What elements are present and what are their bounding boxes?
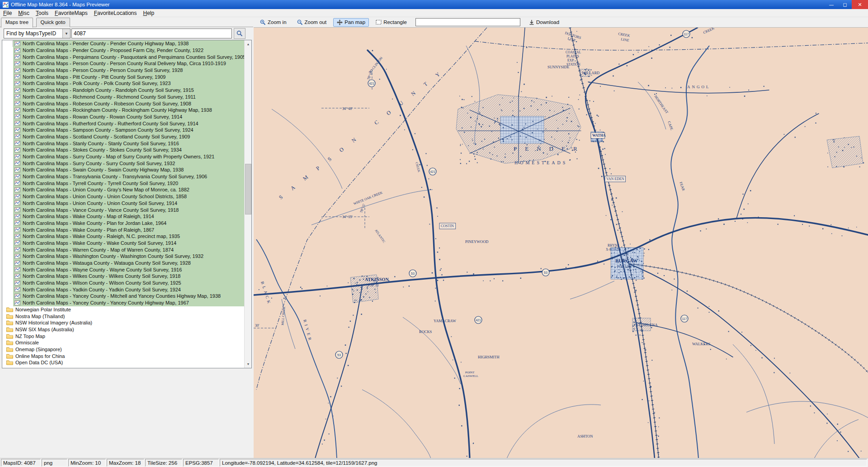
download-button[interactable]: Download <box>525 18 563 27</box>
tree-item-map[interactable]: North Carolina Maps - Swain County - Swa… <box>2 167 245 173</box>
tree-item-folder[interactable]: Online Maps for China <box>2 353 245 359</box>
tree-item-map[interactable]: North Carolina Maps - Pitt County - Pitt… <box>2 73 245 80</box>
tree-item-label: North Carolina Maps - Pitt County - Pitt… <box>23 74 166 80</box>
scroll-up-arrow-icon[interactable]: ▲ <box>245 40 252 48</box>
tree-item-folder[interactable]: Omniscale <box>2 339 245 346</box>
tree-item-map[interactable]: North Carolina Maps - Wake County - Plan… <box>2 220 245 227</box>
zoom-in-label: Zoom in <box>268 19 287 25</box>
minimize-button[interactable]: — <box>825 0 838 9</box>
tree-item-map[interactable]: North Carolina Maps - Union County - Gra… <box>2 186 245 193</box>
tree-item-folder[interactable]: NSW SIX Maps (Australia) <box>2 326 245 333</box>
close-button[interactable]: ✕ <box>852 0 868 9</box>
tree-item-map[interactable]: North Carolina Maps - Pender County - Pr… <box>2 47 245 54</box>
svg-text:VAN EDEN: VAN EDEN <box>606 177 624 181</box>
tree-item-map[interactable]: North Carolina Maps - Stokes County - St… <box>2 147 245 153</box>
tree-item-map[interactable]: North Carolina Maps - Perquimans County … <box>2 53 245 60</box>
tree-item-map[interactable]: North Carolina Maps - Union County - Uni… <box>2 193 245 200</box>
tree-item-map[interactable]: North Carolina Maps - Richmond County - … <box>2 94 245 100</box>
tree-item-map[interactable]: North Carolina Maps - Surry County - Sur… <box>2 160 245 167</box>
tree-item-map[interactable]: North Carolina Maps - Sampson County - S… <box>2 127 245 133</box>
tree-item-label: North Carolina Maps - Perquimans County … <box>23 54 245 60</box>
svg-text:POP. 1209: POP. 1209 <box>617 265 632 269</box>
folder-icon <box>6 334 13 339</box>
tab-quick-goto[interactable]: Quick goto <box>36 18 70 27</box>
svg-text:PLAIN'S: PLAIN'S <box>566 54 579 58</box>
zoom-out-button[interactable]: Zoom out <box>293 18 330 27</box>
tree-item-map[interactable]: North Carolina Maps - Warren County - Ma… <box>2 246 245 253</box>
search-input[interactable] <box>71 29 232 38</box>
tree-item-folder[interactable]: Norwegian Polar Institute <box>2 306 245 313</box>
tree-item-map[interactable]: North Carolina Maps - Rockingham County … <box>2 107 245 114</box>
map-viewport[interactable]: 421421421117117535353 DOCTORSLINECREEKLI… <box>254 27 868 458</box>
menu-item-file[interactable]: File <box>0 10 15 17</box>
tree-item-map[interactable]: North Carolina Maps - Tyrrell County - T… <box>2 180 245 186</box>
zoom-in-button[interactable]: Zoom in <box>256 18 290 27</box>
tree-item-map[interactable]: North Carolina Maps - Wake County - Map … <box>2 213 245 220</box>
tree-item-map[interactable]: North Carolina Maps - Wake County - Rale… <box>2 233 245 240</box>
tree-item-map[interactable]: North Carolina Maps - Yancey County - Mi… <box>2 293 245 300</box>
maximize-button[interactable]: ◻ <box>838 0 852 9</box>
tree-rows: North Carolina Maps - Pender County - Pe… <box>2 40 245 368</box>
tree-item-folder[interactable]: NZ Topo Map <box>2 333 245 339</box>
tree-item-map[interactable]: North Carolina Maps - Washington County … <box>2 253 245 260</box>
toolbar-path-input[interactable] <box>415 18 520 26</box>
tree-item-map[interactable]: North Carolina Maps - Person County - Pe… <box>2 67 245 74</box>
scrollbar-thumb[interactable] <box>245 164 251 214</box>
tree-item-map[interactable]: North Carolina Maps - Scotland County - … <box>2 133 245 140</box>
map-item-icon <box>14 48 20 53</box>
folder-icon <box>6 314 13 319</box>
chevron-down-icon[interactable]: ▼ <box>62 29 70 38</box>
tree-item-folder[interactable]: NSW Historical Imagery (Australia) <box>2 319 245 326</box>
tree-item-map[interactable]: North Carolina Maps - Yancey County - Ya… <box>2 300 245 306</box>
tree-item-map[interactable]: North Carolina Maps - Wayne County - Way… <box>2 266 245 273</box>
tree-item-map[interactable]: North Carolina Maps - Polk County - Polk… <box>2 80 245 87</box>
tree-item-map[interactable]: North Carolina Maps - Rowan County - Row… <box>2 114 245 120</box>
tree-item-map[interactable]: North Carolina Maps - Union County - Uni… <box>2 200 245 207</box>
tree-item-map[interactable]: North Carolina Maps - Wake County - Plan… <box>2 226 245 233</box>
tree-item-map[interactable]: North Carolina Maps - Vance County - Van… <box>2 206 245 213</box>
rectangle-button[interactable]: Rectangle <box>372 18 410 26</box>
tree-item-map[interactable]: North Carolina Maps - Wilkes County - Wi… <box>2 273 245 280</box>
svg-text:421: 421 <box>430 170 435 173</box>
tree-item-map[interactable]: North Carolina Maps - Stanly County - St… <box>2 140 245 147</box>
map-image[interactable]: 421421421117117535353 DOCTORSLINECREEKLI… <box>254 28 868 458</box>
tree-item-folder[interactable]: Open Data DC (USA) <box>2 359 245 366</box>
tab-maps-tree[interactable]: Maps tree <box>1 18 33 28</box>
tree-item-label: Onemap (Singapore) <box>15 347 62 352</box>
tree-item-folder[interactable]: Onemap (Singapore) <box>2 346 245 353</box>
tree-item-map[interactable]: North Carolina Maps - Person County - Pe… <box>2 60 245 67</box>
tree-scrollbar[interactable]: ▲ ▼ <box>244 40 251 368</box>
map-item-icon <box>14 267 20 272</box>
tree-item-map[interactable]: North Carolina Maps - Yadkin County - Ya… <box>2 286 245 293</box>
svg-text:POINT: POINT <box>465 371 475 374</box>
map-item-icon <box>14 167 20 172</box>
svg-text:34° 35': 34° 35' <box>342 215 353 219</box>
menu-item-favoritelocations[interactable]: FavoriteLocations <box>91 10 140 17</box>
menu-item-tools[interactable]: Tools <box>33 10 52 17</box>
tree-item-folder[interactable]: Nostra Map (Thailand) <box>2 313 245 319</box>
search-button[interactable] <box>234 28 245 39</box>
map-item-icon <box>14 108 20 113</box>
svg-text:421: 421 <box>369 82 374 85</box>
tree-item-map[interactable]: North Carolina Maps - Watauga County - W… <box>2 260 245 267</box>
tree-item-label: North Carolina Maps - Swain County - Swa… <box>23 167 184 172</box>
tree-item-map[interactable]: North Carolina Maps - Wilson County - Wi… <box>2 280 245 286</box>
pan-map-button[interactable]: Pan map <box>333 18 369 27</box>
menu-item-help[interactable]: Help <box>140 10 158 17</box>
tree-item-map[interactable]: North Carolina Maps - Rutherford County … <box>2 120 245 127</box>
find-mode-dropdown[interactable]: Find by MapsTypeID ▼ <box>4 29 71 38</box>
svg-text:HOMESTEADS: HOMESTEADS <box>514 160 567 165</box>
tree-item-map[interactable]: North Carolina Maps - Robeson County - R… <box>2 100 245 107</box>
scroll-down-arrow-icon[interactable]: ▼ <box>245 360 252 368</box>
tree-item-map[interactable]: North Carolina Maps - Transylvania Count… <box>2 173 245 180</box>
tree-item-map[interactable]: North Carolina Maps - Randolph County - … <box>2 87 245 94</box>
menu-item-favoritemaps[interactable]: FavoriteMaps <box>52 10 91 17</box>
map-item-icon <box>14 54 20 59</box>
tree-item-label: North Carolina Maps - Warren County - Ma… <box>23 247 174 253</box>
tree-item-map[interactable]: North Carolina Maps - Wake County - Wake… <box>2 240 245 247</box>
tree-item-label: North Carolina Maps - Wake County - Plan… <box>23 220 166 226</box>
tree-item-map[interactable]: North Carolina Maps - Pender County - Pe… <box>2 40 245 47</box>
tree-item-map[interactable]: North Carolina Maps - Surry County - Map… <box>2 153 245 160</box>
status-segment: Longitude=-78.092194, Latitude=34.612584… <box>220 459 867 467</box>
menu-item-misc[interactable]: Misc <box>15 10 33 17</box>
